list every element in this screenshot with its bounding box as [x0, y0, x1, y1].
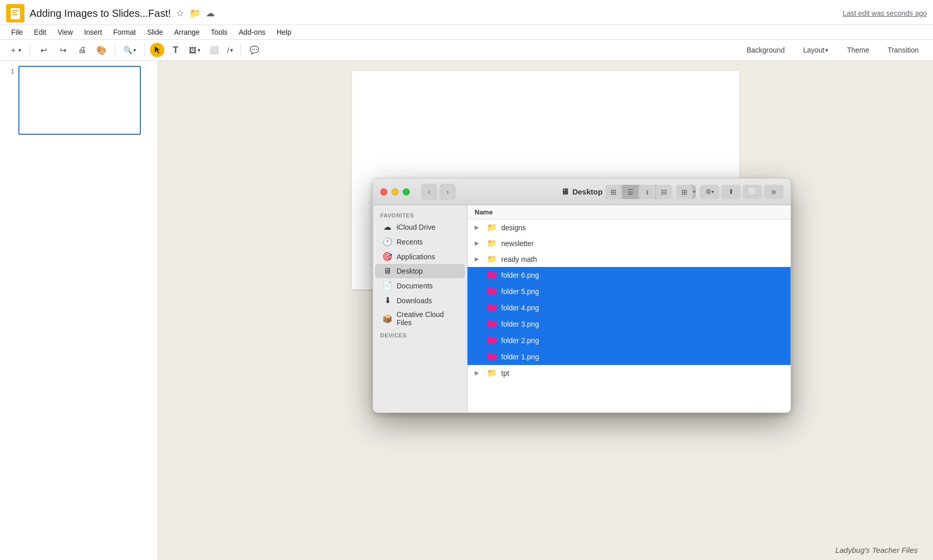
svg-rect-2 [12, 12, 17, 13]
canvas-area: ‹ › 🖥 Desktop ⊞ ☰ ⫾ ⊟ ⊞ ▾ [158, 61, 933, 560]
cloud-icon[interactable]: ☁ [206, 8, 215, 19]
menu-tools[interactable]: Tools [206, 26, 233, 38]
file-row-newsletter[interactable]: ▶ 📁 newsletter [468, 235, 791, 251]
folder-icon: 📁 [487, 223, 497, 232]
shape-tool[interactable]: ⬜ [206, 42, 222, 58]
sidebar-item-creative-cloud[interactable]: 📦 Creative Cloud Files [375, 308, 465, 329]
paint-format-button[interactable]: 🎨 [93, 42, 110, 58]
menu-help[interactable]: Help [272, 26, 297, 38]
file-row-tpt[interactable]: ▶ 📁 tpt [468, 365, 791, 381]
menu-bar: File Edit View Insert Format Slide Arran… [0, 25, 933, 40]
finder-column-view[interactable]: ⫾ [639, 185, 655, 199]
file-row-folder5[interactable]: folder 5.png [468, 283, 791, 300]
text-tool[interactable]: T [167, 42, 184, 58]
finder-gallery-view[interactable]: ⊟ [656, 185, 672, 199]
chevron-icon: ▶ [475, 240, 483, 247]
svg-rect-13 [487, 336, 491, 338]
file-row-folder4[interactable]: folder 4.png [468, 300, 791, 316]
menu-format[interactable]: Format [108, 26, 141, 38]
finder-sidebar: Favorites ☁ iCloud Drive 🕐 Recents 🎯 App… [373, 205, 468, 412]
finder-back-button[interactable]: ‹ [421, 184, 437, 200]
comment-button[interactable]: 💬 [246, 42, 262, 58]
menu-addons[interactable]: Add-ons [234, 26, 271, 38]
finder-nav: ‹ › [421, 184, 456, 200]
finder-toolbar: ⊞ ☰ ⫾ ⊟ ⊞ ▾ ⚙ ▾ ⬆ ⬜ » [605, 185, 783, 199]
devices-label: Devices [373, 329, 467, 339]
menu-edit[interactable]: Edit [29, 26, 52, 38]
finder-icon-view[interactable]: ⊞ [605, 185, 622, 199]
menu-file[interactable]: File [6, 26, 28, 38]
menu-view[interactable]: View [53, 26, 78, 38]
add-button[interactable]: ＋▾ [6, 43, 24, 58]
finder-more-button[interactable]: » [764, 185, 783, 199]
finder-forward-button[interactable]: › [439, 184, 456, 200]
svg-rect-7 [487, 287, 491, 289]
toolbar: ＋▾ ↩ ↪ 🖨 🎨 🔍▾ T 🖼▾ ⬜ /▾ 💬 Background Lay… [0, 40, 933, 61]
redo-button[interactable]: ↪ [55, 42, 71, 58]
file-row-folder2[interactable]: folder 2.png [468, 332, 791, 349]
folder-icon: 📁 [487, 368, 497, 378]
layout-button[interactable]: Layout▾ [795, 43, 837, 57]
finder-arrange-chevron: ▾ [693, 189, 696, 194]
pink-folder-icon [487, 303, 497, 313]
finder-share-button[interactable]: ⬆ [721, 185, 741, 199]
menu-slide[interactable]: Slide [142, 26, 168, 38]
file-row-designs[interactable]: ▶ 📁 designs [468, 220, 791, 235]
menu-insert[interactable]: Insert [79, 26, 107, 38]
star-icon[interactable]: ☆ [176, 8, 184, 19]
finder-close-button[interactable] [380, 188, 387, 196]
line-tool[interactable]: /▾ [225, 42, 235, 58]
svg-rect-15 [487, 353, 491, 355]
finder-action-button[interactable]: ⚙ ▾ [700, 185, 719, 199]
image-tool[interactable]: 🖼▾ [187, 42, 203, 58]
finder-statusbar [373, 412, 791, 413]
file-name: tpt [501, 369, 783, 377]
finder-maximize-button[interactable] [403, 188, 410, 196]
pink-folder-icon [487, 286, 497, 297]
last-edit-status: Last edit was seconds ago [843, 9, 927, 17]
svg-rect-9 [487, 304, 491, 306]
sidebar-item-applications[interactable]: 🎯 Applications [375, 249, 465, 264]
file-name: designs [501, 224, 783, 232]
finder-list-view[interactable]: ☰ [622, 185, 639, 199]
finder-arrange-button[interactable]: ⊞ [676, 185, 693, 199]
sidebar-item-documents-label: Documents [397, 282, 433, 290]
sidebar-item-icloud-label: iCloud Drive [397, 223, 435, 231]
creative-cloud-icon: 📦 [382, 314, 392, 324]
background-button[interactable]: Background [739, 43, 793, 57]
print-button[interactable]: 🖨 [74, 42, 90, 58]
menu-arrange[interactable]: Arrange [169, 26, 205, 38]
desktop-icon: 🖥 [382, 266, 392, 276]
finder-title: 🖥 Desktop [561, 187, 602, 197]
move-icon[interactable]: 📁 [189, 8, 201, 19]
pink-folder-icon [487, 270, 497, 280]
undo-button[interactable]: ↩ [35, 42, 52, 58]
sidebar-item-icloud[interactable]: ☁ iCloud Drive [375, 220, 465, 234]
finder-view-group: ⊞ ☰ ⫾ ⊟ [605, 185, 672, 199]
finder-title-icon: 🖥 [561, 187, 569, 197]
pink-folder-icon [487, 319, 497, 329]
recents-icon: 🕐 [382, 237, 392, 247]
slide-thumbnail-1[interactable] [18, 66, 141, 135]
transition-button[interactable]: Transition [879, 43, 927, 57]
sidebar-item-downloads[interactable]: ⬇ Downloads [375, 293, 465, 308]
file-row-folder3[interactable]: folder 3.png [468, 316, 791, 332]
sidebar-item-documents[interactable]: 📄 Documents [375, 278, 465, 293]
select-tool[interactable] [150, 43, 164, 57]
zoom-button[interactable]: 🔍▾ [120, 42, 139, 58]
sidebar-item-recents[interactable]: 🕐 Recents [375, 234, 465, 249]
main-area: 1 ‹ › 🖥 Desktop [0, 61, 933, 560]
file-row-readymath[interactable]: ▶ 📁 ready math [468, 251, 791, 267]
finder-minimize-button[interactable] [391, 188, 399, 196]
file-name: folder 1.png [501, 353, 783, 361]
svg-rect-0 [11, 8, 20, 19]
theme-button[interactable]: Theme [839, 43, 877, 57]
finder-tag-button[interactable]: ⬜ [743, 185, 762, 199]
slide-number-1: 1 [4, 66, 14, 75]
document-title: Adding Images to Slides...Fast! [30, 8, 171, 19]
finder-window: ‹ › 🖥 Desktop ⊞ ☰ ⫾ ⊟ ⊞ ▾ [373, 178, 791, 413]
file-row-folder6[interactable]: folder 6.png [468, 267, 791, 283]
sidebar-item-desktop[interactable]: 🖥 Desktop [375, 264, 465, 278]
file-row-folder1[interactable]: folder 1.png [468, 349, 791, 365]
svg-rect-3 [12, 14, 18, 15]
